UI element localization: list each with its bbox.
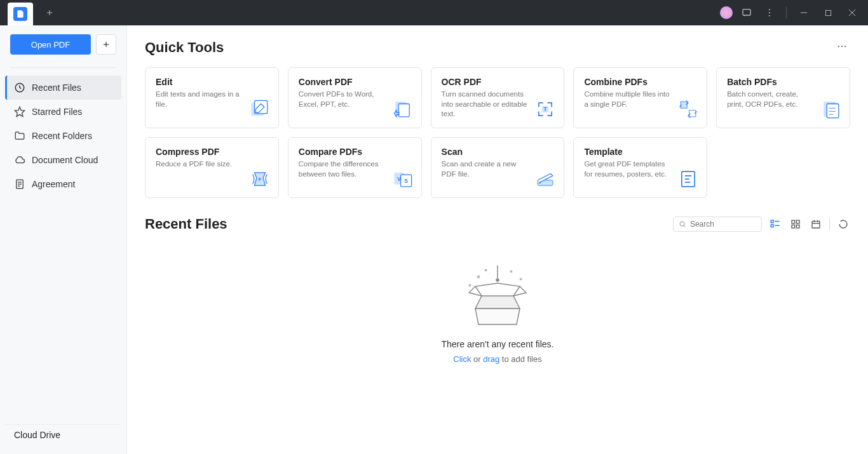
svg-marker-60 xyxy=(475,296,520,309)
app-logo-icon xyxy=(13,7,27,21)
nav-label: Agreement xyxy=(32,179,75,189)
compare-pdfs-icon: VS xyxy=(392,168,414,190)
empty-box-icon xyxy=(459,258,536,328)
titlebar-divider xyxy=(786,7,787,18)
titlebar xyxy=(0,0,868,25)
compress-pdf-icon: F xyxy=(249,168,271,190)
svg-rect-8 xyxy=(825,10,831,15)
svg-marker-61 xyxy=(475,309,520,324)
tool-card-edit[interactable]: EditEdit texts and images in a file. xyxy=(145,67,279,128)
tool-card-compress-pdf[interactable]: Compress PDFReduce a PDF file size.F xyxy=(145,137,279,198)
svg-text:S: S xyxy=(404,178,408,184)
svg-point-21 xyxy=(844,46,846,47)
sidebar-item-agreement[interactable]: Agreement xyxy=(5,172,121,196)
new-tab-button[interactable] xyxy=(41,4,58,22)
tool-title: Edit xyxy=(156,77,268,87)
svg-marker-14 xyxy=(15,107,25,117)
svg-rect-56 xyxy=(812,221,820,228)
svg-rect-54 xyxy=(792,225,795,228)
svg-point-46 xyxy=(680,222,684,226)
tool-card-compare-pdfs[interactable]: Compare PDFsCompare the differences betw… xyxy=(288,137,422,198)
more-horizontal-icon[interactable] xyxy=(834,38,850,57)
tool-desc: Get great PDF templates for resumes, pos… xyxy=(584,159,673,179)
app-tab[interactable] xyxy=(8,3,33,25)
maximize-button[interactable] xyxy=(818,4,837,22)
svg-text:F: F xyxy=(258,177,261,182)
more-vertical-icon[interactable] xyxy=(761,4,778,22)
click-link[interactable]: Click xyxy=(453,354,471,364)
cloud-icon xyxy=(14,154,25,166)
nav-label: Recent Files xyxy=(32,83,81,93)
svg-rect-55 xyxy=(796,225,799,228)
tool-title: Scan xyxy=(442,147,554,157)
svg-point-19 xyxy=(838,46,839,47)
avatar[interactable] xyxy=(720,6,733,19)
quick-tools-grid: EditEdit texts and images in a file.Conv… xyxy=(145,67,850,198)
empty-state: There aren't any recent files. Click or … xyxy=(145,258,850,364)
grid-view-icon[interactable] xyxy=(789,217,803,231)
svg-rect-49 xyxy=(771,225,773,227)
sidebar: Open PDF Recent Files Starred Files Rece… xyxy=(0,25,127,454)
sidebar-item-document-cloud[interactable]: Document Cloud xyxy=(5,148,121,172)
batch-pdfs-icon xyxy=(820,98,842,120)
tool-desc: Turn scanned documents into searchable o… xyxy=(442,90,531,119)
search-icon xyxy=(679,220,686,229)
svg-point-6 xyxy=(769,15,770,17)
star-icon xyxy=(14,106,25,117)
tool-card-convert-pdf[interactable]: Convert PDFConvert PDFs to Word, Excel, … xyxy=(288,67,422,128)
minimize-button[interactable] xyxy=(794,4,813,22)
tool-card-scan[interactable]: ScanScan and create a new PDF file. xyxy=(431,137,565,198)
document-icon xyxy=(14,178,25,190)
sidebar-item-recent-files[interactable]: Recent Files xyxy=(5,76,121,100)
calendar-view-icon[interactable] xyxy=(809,217,823,231)
svg-line-47 xyxy=(684,225,685,227)
scan-icon xyxy=(534,168,556,190)
list-view-icon[interactable] xyxy=(768,217,782,231)
svg-point-63 xyxy=(496,279,499,281)
tool-card-ocr-pdf[interactable]: OCR PDFTurn scanned documents into searc… xyxy=(431,67,565,128)
svg-point-4 xyxy=(769,9,770,10)
search-input[interactable] xyxy=(690,220,756,229)
cloud-drive-section[interactable]: Cloud Drive xyxy=(5,424,121,445)
template-icon xyxy=(677,168,699,190)
divider xyxy=(10,67,116,68)
sidebar-item-starred-files[interactable]: Starred Files xyxy=(5,100,121,124)
tool-title: Batch PDFs xyxy=(727,77,839,87)
svg-point-20 xyxy=(841,46,843,47)
tool-desc: Compare the differences between two file… xyxy=(299,159,388,179)
tool-title: Combine PDFs xyxy=(584,77,696,87)
tool-card-template[interactable]: TemplateGet great PDF templates for resu… xyxy=(573,137,707,198)
svg-rect-53 xyxy=(796,220,799,224)
search-box[interactable] xyxy=(673,217,762,232)
nav-label: Document Cloud xyxy=(32,155,98,165)
svg-text:T: T xyxy=(544,106,548,112)
svg-point-41 xyxy=(539,182,541,184)
chat-icon[interactable] xyxy=(738,4,756,22)
tool-title: Compress PDF xyxy=(156,147,268,157)
svg-rect-31 xyxy=(827,104,839,118)
close-button[interactable] xyxy=(843,4,862,22)
tool-desc: Combine multiple files into a single PDF… xyxy=(584,90,673,109)
tool-desc: Reduce a PDF file size. xyxy=(156,159,245,170)
add-button[interactable] xyxy=(96,34,116,55)
combine-pdfs-icon xyxy=(677,98,699,120)
tool-title: Convert PDF xyxy=(299,77,411,87)
svg-rect-52 xyxy=(792,220,795,224)
tool-card-batch-pdfs[interactable]: Batch PDFsBatch convert, create, print, … xyxy=(716,67,850,128)
convert-pdf-icon xyxy=(392,98,414,120)
drag-link[interactable]: drag xyxy=(483,354,499,364)
quick-tools-title: Quick Tools xyxy=(145,39,224,56)
folder-icon xyxy=(14,130,25,142)
recent-files-title: Recent Files xyxy=(145,216,227,232)
empty-action-text: Click or drag to add files xyxy=(453,354,542,364)
svg-rect-23 xyxy=(254,100,267,113)
tool-desc: Convert PDFs to Word, Excel, PPT, etc. xyxy=(299,90,388,109)
sidebar-item-recent-folders[interactable]: Recent Folders xyxy=(5,124,121,148)
content-area: Quick Tools EditEdit texts and images in… xyxy=(127,25,868,454)
svg-rect-2 xyxy=(743,10,750,15)
open-pdf-button[interactable]: Open PDF xyxy=(10,34,91,55)
refresh-icon[interactable] xyxy=(836,217,850,231)
tool-card-combine-pdfs[interactable]: Combine PDFsCombine multiple files into … xyxy=(573,67,707,128)
edit-icon xyxy=(249,98,271,120)
tool-title: OCR PDF xyxy=(442,77,554,87)
